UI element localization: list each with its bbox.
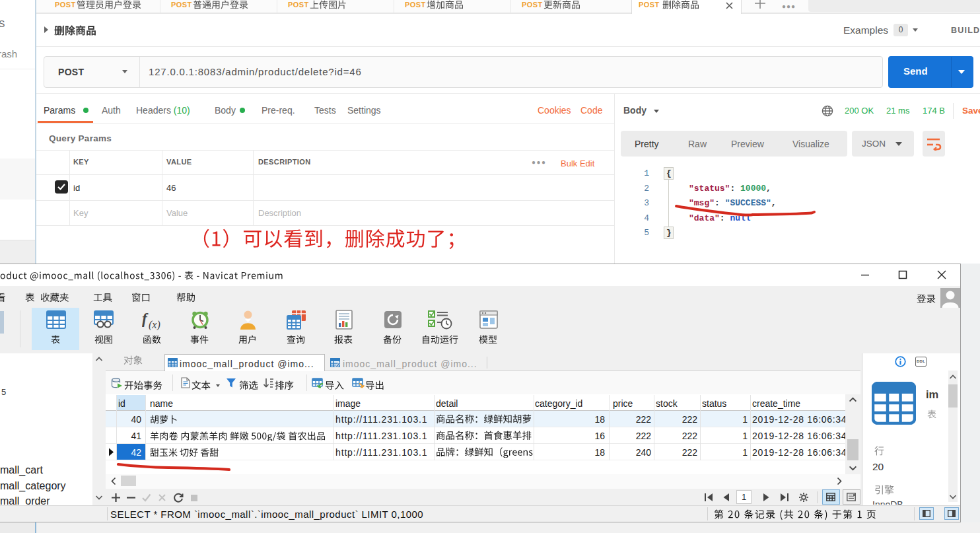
svg-text:f: f xyxy=(142,310,149,327)
svg-text:(x): (x) xyxy=(149,319,160,330)
